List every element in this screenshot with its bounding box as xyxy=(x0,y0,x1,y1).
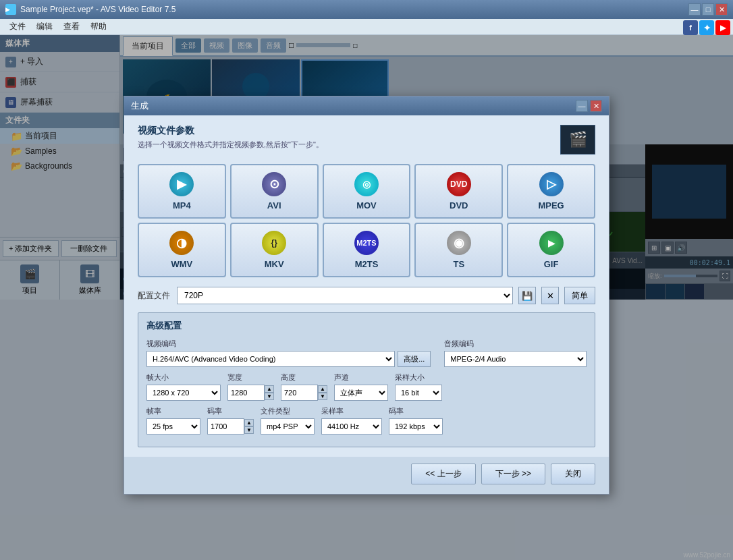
menu-edit[interactable]: 编辑 xyxy=(31,20,58,34)
format-mkv[interactable]: {} MKV xyxy=(230,223,319,277)
bitrate-spinner: ▲ ▼ xyxy=(207,418,254,435)
sample-size-field: 采样大小 16 bit xyxy=(395,372,442,401)
audio-codec-label: 音频编码 xyxy=(444,339,587,349)
advanced-title: 高级配置 xyxy=(146,320,587,332)
menu-file[interactable]: 文件 xyxy=(4,20,31,34)
fps-field: 帧率 25 fps xyxy=(146,406,200,435)
dialog-body: 视频文件参数 选择一个视频文件格式并指定视频参数,然后按"下一步"。 🎬 ▶ M… xyxy=(124,115,609,457)
file-type-select[interactable]: mp4 PSP xyxy=(261,418,315,435)
dialog-title-btns: — ✕ xyxy=(576,100,602,112)
minimize-btn[interactable]: — xyxy=(688,3,701,16)
gif-label: GIF xyxy=(544,259,559,269)
dvd-icon: DVD xyxy=(447,172,471,196)
width-spinner: ▲ ▼ xyxy=(227,385,274,401)
height-down-btn[interactable]: ▼ xyxy=(318,393,327,400)
dialog-close-btn[interactable]: ✕ xyxy=(590,100,602,112)
format-mpeg[interactable]: ▷ MPEG xyxy=(507,164,595,219)
dialog-minimize-btn[interactable]: — xyxy=(576,100,588,112)
channels-label: 声道 xyxy=(334,372,388,383)
file-type-field: 文件类型 mp4 PSP xyxy=(261,406,315,435)
app-icon: ▶ xyxy=(5,4,16,15)
mov-icon: ◎ xyxy=(354,172,379,196)
mkv-icon: {} xyxy=(262,231,286,255)
avi-label: AVI xyxy=(267,200,281,211)
menu-view[interactable]: 查看 xyxy=(58,20,85,34)
sample-size-label: 采样大小 xyxy=(395,372,442,383)
dialog-overlay: 生成 — ✕ 视频文件参数 选择一个视频文件格式并指定视频参数,然后按"下一步"… xyxy=(0,35,733,560)
bitrate-up-btn[interactable]: ▲ xyxy=(244,419,254,426)
next-step-btn[interactable]: 下一步 >> xyxy=(481,464,545,484)
title-bar: ▶ Sample Project.vep* - AVS Video Editor… xyxy=(0,0,733,19)
config-file-row: 配置文件 720P 💾 ✕ 简单 xyxy=(138,287,595,304)
width-input[interactable] xyxy=(227,385,265,401)
mov-label: MOV xyxy=(356,200,377,211)
config-file-select[interactable]: 720P xyxy=(177,287,513,304)
youtube-icon[interactable]: ▶ xyxy=(715,20,730,35)
fps-select[interactable]: 25 fps xyxy=(146,418,200,435)
mp4-icon: ▶ xyxy=(169,172,194,196)
dialog-close-btn-2[interactable]: 关闭 xyxy=(551,464,595,484)
width-up-btn[interactable]: ▲ xyxy=(265,385,274,393)
twitter-icon[interactable]: ✦ xyxy=(699,20,714,35)
height-spinner: ▲ ▼ xyxy=(281,385,327,401)
config-simple-btn[interactable]: 简单 xyxy=(564,287,595,304)
width-spinner-btns: ▲ ▼ xyxy=(265,385,274,400)
video-codec-field: 视频编码 H.264/AVC (Advanced Video Coding) 高… xyxy=(146,339,431,367)
format-wmv[interactable]: ◑ WMV xyxy=(138,223,226,277)
audio-codec-field: 音频编码 MPEG-2/4 Audio xyxy=(444,339,587,367)
fps-row: 帧率 25 fps 码率 ▲ ▼ xyxy=(146,406,587,435)
dialog-header-text: 视频文件参数 选择一个视频文件格式并指定视频参数,然后按"下一步"。 xyxy=(138,125,323,150)
audio-codec-select[interactable]: MPEG-2/4 Audio xyxy=(444,351,587,367)
format-gif[interactable]: ▶ GIF xyxy=(507,223,595,277)
format-mov[interactable]: ◎ MOV xyxy=(323,164,411,219)
app-window: ▶ Sample Project.vep* - AVS Video Editor… xyxy=(0,0,733,560)
video-codec-select[interactable]: H.264/AVC (Advanced Video Coding) xyxy=(146,351,395,367)
audio-bitrate-field: 码率 192 kbps xyxy=(389,406,443,435)
gif-icon: ▶ xyxy=(539,231,564,255)
generate-dialog: 生成 — ✕ 视频文件参数 选择一个视频文件格式并指定视频参数,然后按"下一步"… xyxy=(124,96,609,495)
mp4-label: MP4 xyxy=(173,200,191,211)
format-ts[interactable]: ◉ TS xyxy=(414,223,503,277)
width-down-btn[interactable]: ▼ xyxy=(265,393,274,400)
mpeg-label: MPEG xyxy=(538,200,564,211)
bitrate-field: 码率 ▲ ▼ xyxy=(207,406,254,435)
sample-rate-field: 采样率 44100 Hz xyxy=(321,406,382,435)
config-del-btn[interactable]: ✕ xyxy=(541,287,559,304)
width-field: 宽度 ▲ ▼ xyxy=(227,372,274,401)
height-input[interactable] xyxy=(281,385,318,401)
ts-icon: ◉ xyxy=(447,231,471,255)
facebook-icon[interactable]: f xyxy=(683,20,698,35)
channels-field: 声道 立体声 xyxy=(334,372,388,401)
bitrate-label: 码率 xyxy=(207,406,254,416)
frame-size-field: 帧大小 1280 x 720 xyxy=(146,372,221,401)
dialog-footer: << 上一步 下一步 >> 关闭 xyxy=(124,457,609,494)
format-dvd[interactable]: DVD DVD xyxy=(414,164,503,219)
maximize-btn[interactable]: □ xyxy=(702,3,714,16)
format-mp4[interactable]: ▶ MP4 xyxy=(138,164,226,219)
format-avi[interactable]: ⊙ AVI xyxy=(230,164,319,219)
m2ts-icon: M2TS xyxy=(354,231,379,255)
close-btn[interactable]: ✕ xyxy=(715,3,728,16)
menu-help[interactable]: 帮助 xyxy=(85,20,112,34)
social-icons: f ✦ ▶ xyxy=(683,20,730,35)
bitrate-input[interactable] xyxy=(207,418,244,435)
ts-label: TS xyxy=(453,259,464,269)
dialog-title: 生成 xyxy=(131,100,148,112)
height-field: 高度 ▲ ▼ xyxy=(281,372,327,401)
format-grid: ▶ MP4 ⊙ AVI ◎ MOV DVD DVD xyxy=(138,164,595,277)
height-up-btn[interactable]: ▲ xyxy=(318,385,327,393)
frame-size-label: 帧大小 xyxy=(146,372,221,383)
config-save-btn[interactable]: 💾 xyxy=(518,287,536,304)
bitrate-down-btn[interactable]: ▼ xyxy=(244,426,254,434)
channels-select[interactable]: 立体声 xyxy=(334,385,388,401)
advanced-settings-btn[interactable]: 高级... xyxy=(398,351,431,367)
menu-bar: 文件 编辑 查看 帮助 f ✦ ▶ xyxy=(0,19,733,35)
sample-rate-select[interactable]: 44100 Hz xyxy=(321,418,382,435)
dialog-header-desc: 选择一个视频文件格式并指定视频参数,然后按"下一步"。 xyxy=(138,140,323,150)
width-label: 宽度 xyxy=(227,372,274,383)
sample-size-select[interactable]: 16 bit xyxy=(395,385,442,401)
prev-step-btn[interactable]: << 上一步 xyxy=(411,464,475,484)
audio-bitrate-select[interactable]: 192 kbps xyxy=(389,418,443,435)
format-m2ts[interactable]: M2TS M2TS xyxy=(323,223,411,277)
frame-size-select[interactable]: 1280 x 720 xyxy=(146,385,221,401)
